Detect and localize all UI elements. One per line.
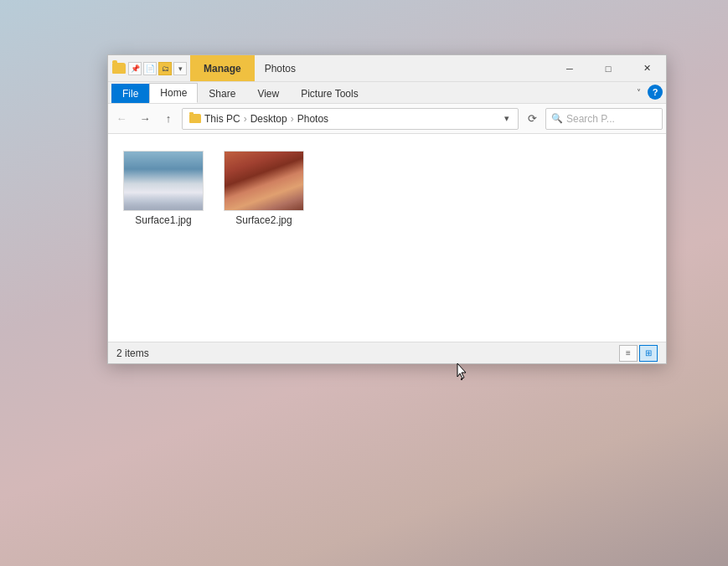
breadcrumb-folder-icon xyxy=(189,114,201,123)
item-count: 2 items xyxy=(116,347,619,359)
title-bar: 📌 📄 🗂 ▾ Manage Photos ─ □ ✕ xyxy=(108,55,666,82)
search-box[interactable]: 🔍 Search P... xyxy=(545,108,663,130)
window-controls: ─ □ ✕ xyxy=(550,55,666,81)
refresh-button[interactable]: ⟳ xyxy=(522,109,542,129)
help-button[interactable]: ? xyxy=(648,85,663,100)
folder-title-icon xyxy=(111,61,126,76)
file-item[interactable]: Surface2.jpg xyxy=(222,147,306,229)
title-bar-left: 📌 📄 🗂 ▾ xyxy=(108,55,190,81)
breadcrumb-sep2: › xyxy=(291,113,294,125)
breadcrumb-this-pc: This PC xyxy=(204,113,240,125)
tab-picture-tools[interactable]: Picture Tools xyxy=(290,84,369,103)
file-item[interactable]: Surface1.jpg xyxy=(121,147,205,229)
search-icon: 🔍 xyxy=(551,113,563,124)
details-view-button[interactable]: ≡ xyxy=(619,345,638,362)
close-button[interactable]: ✕ xyxy=(627,55,666,81)
ribbon-collapse-icon[interactable]: ˅ xyxy=(633,86,644,99)
maximize-button[interactable]: □ xyxy=(589,55,627,81)
quick-access-dropdown[interactable]: ▾ xyxy=(173,62,187,75)
file-thumbnail-surface1 xyxy=(123,151,204,211)
up-button[interactable]: ↑ xyxy=(158,109,178,129)
breadcrumb-sep1: › xyxy=(244,113,247,125)
tab-file[interactable]: File xyxy=(111,84,149,103)
mouse-cursor xyxy=(456,362,467,380)
manage-tab[interactable]: Manage xyxy=(190,55,255,81)
tab-share[interactable]: Share xyxy=(198,84,246,103)
search-input[interactable]: Search P... xyxy=(566,113,657,125)
breadcrumb-desktop: Desktop xyxy=(250,113,287,125)
back-button[interactable]: ← xyxy=(111,109,132,129)
address-dropdown-icon[interactable]: ▾ xyxy=(503,111,511,126)
quick-access-btn1[interactable]: 📌 xyxy=(128,62,142,75)
file-explorer-window: 📌 📄 🗂 ▾ Manage Photos ─ □ ✕ File Home Sh… xyxy=(107,54,667,364)
tab-view[interactable]: View xyxy=(246,84,290,103)
breadcrumb-photos: Photos xyxy=(297,113,328,125)
window-title: Photos xyxy=(255,55,306,81)
ribbon-end-controls: ˅ ? xyxy=(633,85,663,103)
file-thumbnail-surface2 xyxy=(224,151,304,211)
tab-home[interactable]: Home xyxy=(149,83,198,103)
status-bar: 2 items ≡ ⊞ xyxy=(108,342,666,363)
quick-access-btn2[interactable]: 📄 xyxy=(143,62,157,75)
file-content-area: Surface1.jpg Surface2.jpg xyxy=(108,134,666,342)
view-buttons: ≡ ⊞ xyxy=(619,345,658,362)
quick-access-btn3[interactable]: 🗂 xyxy=(158,62,172,75)
large-icons-view-button[interactable]: ⊞ xyxy=(639,345,658,362)
file-grid: Surface1.jpg Surface2.jpg xyxy=(121,147,653,229)
ribbon-tabs: File Home Share View Picture Tools ˅ ? xyxy=(108,82,666,104)
minimize-button[interactable]: ─ xyxy=(550,55,589,81)
file-label-surface2: Surface2.jpg xyxy=(235,214,292,226)
address-input[interactable]: This PC › Desktop › Photos ▾ xyxy=(182,108,519,130)
forward-button[interactable]: → xyxy=(135,109,155,129)
file-label-surface1: Surface1.jpg xyxy=(135,214,191,226)
address-bar: ← → ↑ This PC › Desktop › Photos ▾ ⟳ 🔍 S… xyxy=(108,104,666,134)
